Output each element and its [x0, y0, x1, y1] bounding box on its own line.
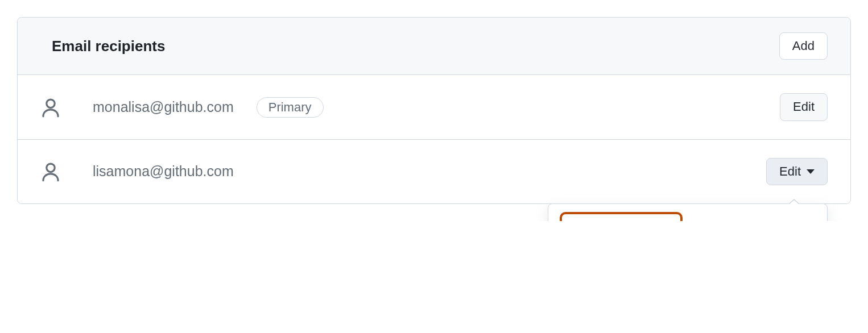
edit-button-label: Edit — [779, 164, 801, 179]
person-icon — [40, 161, 61, 182]
add-button[interactable]: Add — [779, 32, 828, 60]
edit-dropdown-button[interactable]: Edit — [766, 158, 828, 185]
recipient-row: lisamona@github.com Edit Mark as primary… — [18, 140, 850, 203]
recipient-email: lisamona@github.com — [93, 163, 234, 180]
panel-header: Email recipients Add — [18, 18, 850, 75]
panel-title: Email recipients — [52, 38, 165, 55]
menu-item-mark-primary[interactable]: Mark as primary — [560, 212, 683, 221]
svg-point-0 — [47, 99, 55, 107]
email-recipients-panel: Email recipients Add monalisa@github.com… — [17, 17, 851, 204]
recipient-email: monalisa@github.com — [93, 99, 234, 115]
edit-dropdown-menu: Mark as primary Remove — [548, 203, 828, 221]
person-icon — [40, 97, 61, 118]
add-button-label: Add — [792, 39, 815, 53]
recipient-row: monalisa@github.com Primary Edit — [18, 75, 850, 139]
caret-down-icon — [807, 169, 815, 174]
primary-badge: Primary — [257, 97, 324, 118]
edit-button-label: Edit — [793, 99, 815, 114]
svg-point-1 — [47, 164, 55, 172]
edit-button[interactable]: Edit — [780, 93, 828, 120]
